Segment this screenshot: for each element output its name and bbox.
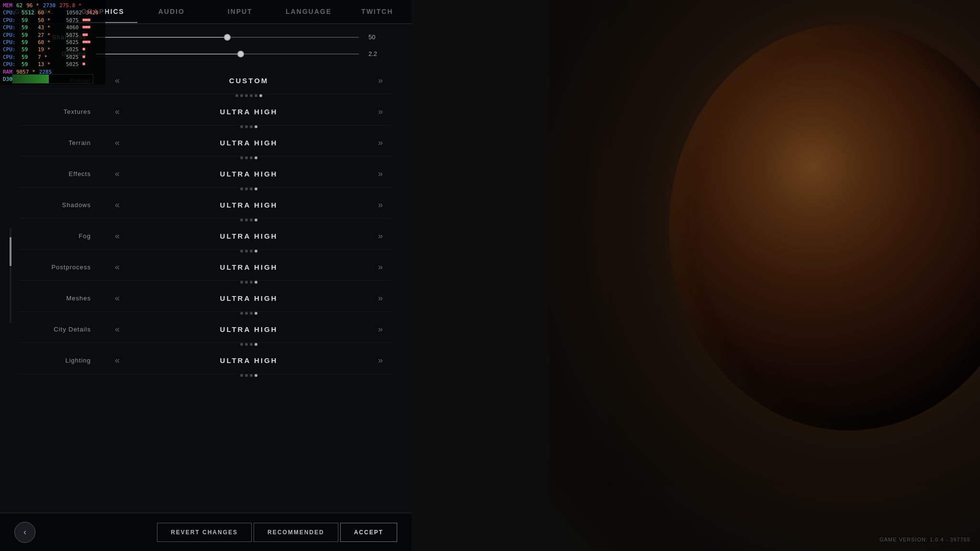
preset-next-button[interactable]: »: [368, 71, 392, 90]
dot-2: [245, 125, 248, 128]
dot-3: [250, 187, 253, 190]
textures-value: ULTRA HIGH: [129, 108, 368, 116]
preset-dots: [19, 94, 392, 97]
preset-prev-button[interactable]: «: [105, 71, 129, 90]
meshes-next-button[interactable]: »: [368, 288, 392, 308]
bottom-bar: ‹ REVERT CHANGES RECOMMENDED ACCEPT: [0, 513, 412, 551]
dot-2: [240, 94, 243, 97]
city-details-next-button[interactable]: »: [368, 320, 392, 339]
effects-next-button[interactable]: »: [368, 164, 392, 183]
sharpness-slider[interactable]: [96, 37, 359, 38]
dot-2: [245, 312, 248, 315]
meshes-prev-button[interactable]: «: [105, 288, 129, 308]
dot-4: [255, 374, 257, 377]
dot-1: [240, 156, 243, 159]
terrain-row: Terrain « ULTRA HIGH »: [19, 129, 392, 156]
dot-1: [240, 187, 243, 190]
dot-2: [245, 343, 248, 346]
dot-4: [255, 312, 257, 315]
tab-input[interactable]: INPUT: [206, 1, 274, 23]
lighting-prev-button[interactable]: «: [105, 351, 129, 370]
postprocess-dots: [19, 281, 392, 284]
fog-row: Fog « ULTRA HIGH »: [19, 222, 392, 250]
terrain-prev-button[interactable]: «: [105, 133, 129, 152]
terrain-next-button[interactable]: »: [368, 133, 392, 152]
dot-2: [245, 187, 248, 190]
dot-1: [240, 125, 243, 128]
postprocess-next-button[interactable]: »: [368, 257, 392, 276]
postprocess-prev-button[interactable]: «: [105, 257, 129, 276]
dot-3: [250, 125, 253, 128]
hud-overlay: MEM6296 *2730275.8 * CPU:551260 *1050234…: [0, 0, 105, 85]
dot-4: [255, 343, 257, 346]
lighting-value: ULTRA HIGH: [129, 356, 368, 364]
shadows-value: ULTRA HIGH: [129, 201, 368, 209]
city-details-row: City Details « ULTRA HIGH »: [19, 316, 392, 343]
dot-1: [240, 343, 243, 346]
dot-3: [250, 219, 253, 221]
dot-3: [250, 156, 253, 159]
dot-4: [255, 125, 257, 128]
gamma-value: 2.2: [368, 50, 392, 57]
preset-value: CUSTOM: [129, 77, 368, 85]
dot-5: [255, 94, 257, 97]
gamma-slider[interactable]: [96, 54, 359, 55]
dot-4: [255, 281, 257, 284]
city-details-label: City Details: [19, 326, 105, 333]
performance-graph: [12, 74, 93, 84]
effects-row: Effects « ULTRA HIGH »: [19, 160, 392, 187]
shadows-prev-button[interactable]: «: [105, 195, 129, 214]
dot-3: [250, 312, 253, 315]
dot-3: [245, 94, 248, 97]
dot-4: [255, 156, 257, 159]
dot-6: [259, 94, 262, 97]
meshes-row: Meshes « ULTRA HIGH »: [19, 285, 392, 312]
textures-label: Textures: [19, 108, 105, 115]
background-planet: [549, 0, 980, 551]
terrain-value: ULTRA HIGH: [129, 139, 368, 147]
textures-row: Textures « ULTRA HIGH »: [19, 98, 392, 125]
settings-content: Sharpness 50 Gamma 2.2 Preset « CUSTOM: [0, 24, 412, 551]
scroll-indicator: [10, 228, 11, 323]
city-details-prev-button[interactable]: «: [105, 320, 129, 339]
dot-2: [245, 281, 248, 284]
dot-1: [240, 312, 243, 315]
fog-prev-button[interactable]: «: [105, 226, 129, 245]
lighting-next-button[interactable]: »: [368, 351, 392, 370]
postprocess-value: ULTRA HIGH: [129, 263, 368, 271]
postprocess-label: Postprocess: [19, 264, 105, 271]
tab-language[interactable]: LANGUAGE: [274, 1, 343, 23]
tab-audio[interactable]: AUDIO: [137, 1, 206, 23]
effects-label: Effects: [19, 170, 105, 177]
dot-3: [250, 250, 253, 253]
shadows-row: Shadows « ULTRA HIGH »: [19, 191, 392, 219]
textures-next-button[interactable]: »: [368, 102, 392, 121]
shadows-label: Shadows: [19, 201, 105, 209]
dot-2: [245, 250, 248, 253]
dot-1: [240, 219, 243, 221]
dot-4: [255, 219, 257, 221]
recommended-button[interactable]: RECOMMENDED: [254, 523, 338, 542]
dot-3: [250, 343, 253, 346]
meshes-label: Meshes: [19, 295, 105, 302]
back-button[interactable]: ‹: [14, 522, 35, 543]
lighting-label: Lighting: [19, 357, 105, 364]
accept-button[interactable]: ACCEPT: [340, 523, 397, 542]
city-details-value: ULTRA HIGH: [129, 325, 368, 333]
textures-prev-button[interactable]: «: [105, 102, 129, 121]
meshes-value: ULTRA HIGH: [129, 294, 368, 302]
fog-label: Fog: [19, 232, 105, 240]
fog-next-button[interactable]: »: [368, 226, 392, 245]
shadows-dots: [19, 219, 392, 221]
dot-3: [250, 281, 253, 284]
shadows-next-button[interactable]: »: [368, 195, 392, 214]
dot-3: [250, 374, 253, 377]
terrain-dots: [19, 156, 392, 159]
effects-prev-button[interactable]: «: [105, 164, 129, 183]
tab-twitch[interactable]: TWITCH: [343, 1, 412, 23]
terrain-label: Terrain: [19, 139, 105, 146]
back-icon: ‹: [23, 527, 26, 537]
lighting-dots: [19, 374, 392, 377]
revert-changes-button[interactable]: REVERT CHANGES: [157, 523, 252, 542]
sharpness-value: 50: [368, 33, 392, 41]
